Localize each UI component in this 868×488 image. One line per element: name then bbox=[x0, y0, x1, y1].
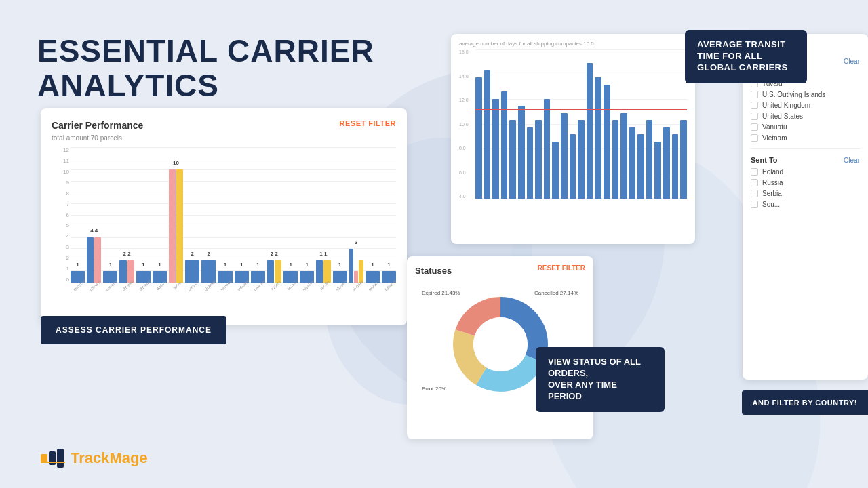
filter-item-russia: Russia bbox=[751, 179, 860, 186]
carrier-bar-chart: 01 23 45 67 89 1011 12 14 412 2111022111… bbox=[52, 147, 396, 303]
transit-bar-2 bbox=[492, 99, 499, 199]
view-status-line1: VIEW STATUS OF ALL ORDERS, bbox=[548, 357, 641, 378]
checkbox-poland[interactable] bbox=[751, 168, 758, 176]
transit-bar-4 bbox=[509, 120, 516, 199]
carrier-card-title: Carrier Performance bbox=[52, 120, 143, 131]
carrier-bars: 14 412 21110221112 2111 11311 bbox=[52, 147, 396, 283]
bar-blue-12 bbox=[267, 260, 274, 283]
bar-top-label-9: 1 bbox=[224, 262, 226, 268]
svg-rect-7 bbox=[57, 449, 64, 468]
transit-bar-5 bbox=[518, 106, 525, 199]
bar-group-6: 10 bbox=[169, 169, 183, 283]
avg-transit-line1: AVERAGE TRANSIT TIME FOR ALL bbox=[697, 39, 786, 61]
carrier-performance-card: Carrier Performance RESET FILTER total a… bbox=[41, 108, 407, 325]
checkbox-vietnam[interactable] bbox=[751, 134, 758, 142]
logo: TrackMage bbox=[41, 449, 148, 468]
statuses-title: Statuses bbox=[415, 266, 452, 276]
filter-item-sou: Sou... bbox=[751, 201, 860, 208]
transit-bar-24 bbox=[680, 120, 687, 199]
sent-to-list: Poland Russia Serbia Sou... bbox=[751, 168, 860, 208]
transit-bar-18 bbox=[629, 127, 636, 199]
bar-orange-6 bbox=[176, 169, 183, 283]
average-line bbox=[475, 109, 687, 110]
filter-item-uk: United Kingdom bbox=[751, 102, 860, 109]
sent-to-label: Sent To bbox=[751, 156, 778, 164]
filter-item-serbia: Serbia bbox=[751, 190, 860, 197]
logo-text: TrackMage bbox=[71, 449, 148, 467]
bar-top-label-7: 2 bbox=[191, 251, 193, 257]
filter-item-us-outlying: U.S. Outlying Islands bbox=[751, 91, 860, 98]
bar-group-1: 4 4 bbox=[87, 237, 101, 283]
checkbox-serbia[interactable] bbox=[751, 190, 758, 197]
sent-to-clear-button[interactable]: Clear bbox=[844, 157, 860, 164]
bar-blue-1 bbox=[87, 237, 94, 283]
filter-item-us: United States bbox=[751, 113, 860, 120]
bar-top-label-4: 1 bbox=[142, 262, 144, 268]
transit-bar-15 bbox=[604, 85, 610, 199]
checkbox-russia[interactable] bbox=[751, 179, 758, 186]
transit-bar-1 bbox=[484, 70, 491, 199]
transit-bar-0 bbox=[475, 77, 482, 199]
filter-by-country-button[interactable]: AND FILTER BY COUNTRY! bbox=[742, 390, 868, 415]
statuses-reset-button[interactable]: RESET FILTER bbox=[538, 264, 585, 272]
sent-from-clear-button[interactable]: Clear bbox=[844, 58, 860, 65]
bar-pink-17 bbox=[354, 271, 358, 283]
transit-bar-23 bbox=[672, 134, 679, 199]
transit-bar-13 bbox=[587, 63, 593, 199]
transit-bar-21 bbox=[654, 142, 661, 199]
transit-bar-17 bbox=[620, 113, 627, 199]
transit-bar-3 bbox=[501, 92, 508, 199]
bar-top-label-14: 1 bbox=[306, 262, 309, 268]
transit-chart: 4.0 6.0 8.0 10.0 12.0 14.0 16.0 bbox=[459, 49, 687, 226]
bar-top-label-12: 2 2 bbox=[271, 251, 278, 257]
donut-expired-label: Expired 21.43% bbox=[422, 290, 460, 296]
bar-pink-1 bbox=[94, 237, 101, 283]
bar-top-label-5: 1 bbox=[158, 262, 161, 268]
bar-top-label-11: 1 bbox=[256, 262, 259, 268]
transit-bar-11 bbox=[570, 134, 576, 199]
view-status-tooltip: VIEW STATUS OF ALL ORDERS, OVER ANY TIME… bbox=[536, 347, 665, 412]
bar-blue-17 bbox=[349, 249, 353, 283]
bar-blue-3 bbox=[119, 260, 126, 283]
bar-top-label-6: 10 bbox=[173, 160, 179, 166]
carrier-card-subtitle: total amount:70 parcels bbox=[52, 134, 396, 142]
transit-time-card: average number of days for all shipping … bbox=[451, 34, 695, 244]
bar-top-label-17: 3 bbox=[355, 239, 357, 245]
bar-pink-6 bbox=[169, 169, 176, 283]
checkbox-us[interactable] bbox=[751, 113, 758, 120]
assess-carrier-button[interactable]: ASSESS CARRIER PERFORMANCE bbox=[41, 316, 226, 344]
transit-bar-22 bbox=[663, 127, 670, 199]
checkbox-us-outlying[interactable] bbox=[751, 91, 758, 98]
view-status-line2: OVER ANY TIME PERIOD bbox=[548, 380, 617, 401]
carrier-x-labels: bpost.comchina-post...correos-exp...dhl-… bbox=[52, 284, 396, 288]
transit-bar-12 bbox=[578, 120, 585, 199]
bar-top-label-18: 1 bbox=[371, 262, 374, 268]
transit-bar-10 bbox=[561, 113, 568, 199]
checkbox-sou[interactable] bbox=[751, 201, 758, 208]
filter-item-vietnam: Vietnam bbox=[751, 134, 860, 142]
page-title: ESSENTIAL CARRIER ANALYTICS bbox=[37, 34, 397, 102]
transit-bar-16 bbox=[612, 120, 619, 199]
bar-top-label-13: 1 bbox=[289, 262, 292, 268]
checkbox-vanuatu[interactable] bbox=[751, 123, 758, 131]
transit-bar-9 bbox=[552, 142, 559, 199]
bar-top-label-2: 1 bbox=[109, 262, 112, 268]
bar-top-label-0: 1 bbox=[76, 262, 79, 268]
filter-item-vanuatu: Vanuatu bbox=[751, 123, 860, 131]
transit-bars bbox=[459, 49, 687, 199]
bar-top-label-19: 1 bbox=[387, 262, 390, 268]
bar-top-label-3: 2 2 bbox=[123, 251, 130, 257]
bar-top-label-1: 4 4 bbox=[90, 228, 98, 234]
donut-error-label: Error 20% bbox=[422, 386, 446, 392]
filter-panel: Sent from / To Sent from Clear Tanzania … bbox=[743, 34, 868, 380]
logo-accent: Mage bbox=[110, 449, 148, 466]
transit-bar-20 bbox=[646, 120, 653, 199]
carrier-reset-filter-button[interactable]: RESET FILTER bbox=[340, 119, 396, 127]
bar-blue-15 bbox=[316, 260, 323, 283]
transit-bar-6 bbox=[527, 127, 534, 199]
transit-bar-8 bbox=[544, 99, 551, 199]
checkbox-uk[interactable] bbox=[751, 102, 758, 109]
bar-top-label-15: 1 1 bbox=[319, 251, 327, 257]
bar-group-17: 3 bbox=[349, 249, 363, 283]
bar-top-label-8: 2 bbox=[208, 251, 210, 257]
